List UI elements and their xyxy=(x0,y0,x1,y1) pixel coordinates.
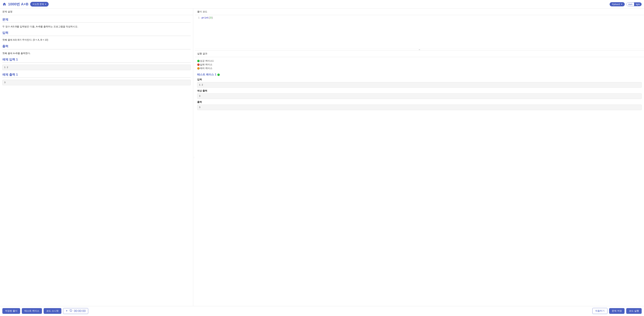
example-input-heading: 예제 입력 1 xyxy=(2,58,191,63)
test-output-label: 출력 xyxy=(197,101,642,104)
timer-box: 00:00:00 xyxy=(63,308,88,314)
problem-title: 1000번 A+B xyxy=(8,2,28,7)
code-snippet-button[interactable]: 코드 스니핏 xyxy=(44,308,62,314)
vertical-splitter[interactable]: ⋮ xyxy=(193,9,195,306)
footer: 저장된 풀이 테스트 케이스 코드 스니핏 00:00:00 제출하기 문제 저… xyxy=(0,306,644,316)
editor-header: 풀이 코드 xyxy=(195,9,644,15)
problem-body: 두 정수 A와 B를 입력받은 다음, A+B를 출력하는 프로그램을 작성하시… xyxy=(2,25,191,28)
section-problem-heading: 문제 xyxy=(2,18,191,23)
submit-button[interactable]: 제출하기 xyxy=(592,308,608,314)
test-expected-value: 3 xyxy=(197,93,642,99)
theme-light-option[interactable]: light xyxy=(634,3,642,6)
test-case-heading: 테스트 케이스 1 xyxy=(197,73,642,76)
results-area: 실행 결과 성공 케이스1 실패 케이스 에러 케이스 테스트 케이스 1 xyxy=(195,50,644,306)
header-left: 1000번 A+B 비슷한 문제 xyxy=(2,2,49,7)
test-output-value: 3 xyxy=(197,105,642,110)
green-dot-icon xyxy=(197,60,200,62)
legend-fail-label: 실패 케이스 xyxy=(200,63,212,66)
test-expected-label: 예상 출력 xyxy=(197,89,642,92)
reset-icon[interactable] xyxy=(70,309,72,313)
output-body: 첫째 줄에 A+B를 출력한다. xyxy=(2,51,191,55)
run-code-button[interactable]: 코드 실행 xyxy=(626,308,642,314)
footer-left: 저장된 풀이 테스트 케이스 코드 스니핏 00:00:00 xyxy=(2,308,88,314)
problem-content: 문제 두 정수 A와 B를 입력받은 다음, A+B를 출력하는 프로그램을 작… xyxy=(0,15,193,88)
theme-dark-option[interactable]: dark xyxy=(626,3,634,6)
legend-error-label: 에러 케이스 xyxy=(200,67,212,70)
language-label: Python3 xyxy=(612,3,620,6)
legend-success: 성공 케이스1 xyxy=(197,60,642,63)
theme-toggle: dark light xyxy=(626,2,642,6)
right-panel: 풀이 코드 1 print(3) ═ 실행 결과 성공 케이스1 xyxy=(195,9,644,306)
timer-value: 00:00:00 xyxy=(74,309,86,313)
similar-problems-label: 비슷한 문제 xyxy=(32,3,44,6)
section-output-heading: 출력 xyxy=(2,44,191,49)
code-token-print: print xyxy=(202,17,209,19)
example-output-heading: 예제 출력 1 xyxy=(2,73,191,78)
input-body: 첫째 줄에 A와 B가 주어진다. (0 < A, B < 10) xyxy=(2,38,191,42)
legend-error: 에러 케이스 xyxy=(197,67,642,70)
test-case-title-text: 테스트 케이스 1 xyxy=(197,73,216,76)
play-icon[interactable] xyxy=(66,309,68,313)
red-dot-icon xyxy=(197,64,200,66)
legend-fail: 실패 케이스 xyxy=(197,63,642,66)
line-number: 1 xyxy=(195,17,202,19)
results-content: 성공 케이스1 실패 케이스 에러 케이스 테스트 케이스 1 입력 1 2 예… xyxy=(195,57,644,113)
header-right: Python3 dark light xyxy=(610,2,642,7)
save-problem-button[interactable]: 문제 저장 xyxy=(609,308,624,314)
green-dot-icon xyxy=(217,74,220,76)
header: 1000번 A+B 비슷한 문제 Python3 dark light xyxy=(0,0,644,9)
code-token-number: 3 xyxy=(210,17,211,19)
test-case-button[interactable]: 테스트 케이스 xyxy=(22,308,42,314)
similar-problems-button[interactable]: 비슷한 문제 xyxy=(30,2,49,7)
orange-dot-icon xyxy=(197,67,200,70)
chevron-down-icon xyxy=(621,4,622,5)
main-area: 문제 설명 문제 두 정수 A와 B를 입력받은 다음, A+B를 출력하는 프… xyxy=(0,9,644,306)
problem-panel-header: 문제 설명 xyxy=(0,9,193,15)
example-output-box: 3 xyxy=(2,80,191,85)
code-text: print(3) xyxy=(202,17,644,19)
problem-description-panel: 문제 설명 문제 두 정수 A와 B를 입력받은 다음, A+B를 출력하는 프… xyxy=(0,9,193,306)
results-header: 실행 결과 xyxy=(195,51,644,57)
example-input-box: 1 2 xyxy=(2,65,191,70)
home-icon[interactable] xyxy=(2,2,6,6)
editor-area: 풀이 코드 1 print(3) xyxy=(195,9,644,49)
test-input-label: 입력 xyxy=(197,78,642,81)
code-editor[interactable]: 1 print(3) xyxy=(195,15,644,49)
language-select-button[interactable]: Python3 xyxy=(610,2,625,7)
code-token-paren: ) xyxy=(212,17,213,19)
horizontal-splitter[interactable]: ═ xyxy=(195,49,644,50)
saved-solutions-button[interactable]: 저장된 풀이 xyxy=(2,308,20,314)
footer-right: 제출하기 문제 저장 코드 실행 xyxy=(592,308,642,314)
section-input-heading: 입력 xyxy=(2,31,191,36)
code-line: 1 print(3) xyxy=(195,17,644,19)
legend-success-label: 성공 케이스1 xyxy=(200,60,214,63)
test-input-value: 1 2 xyxy=(197,82,642,88)
chevron-down-icon xyxy=(45,4,46,5)
